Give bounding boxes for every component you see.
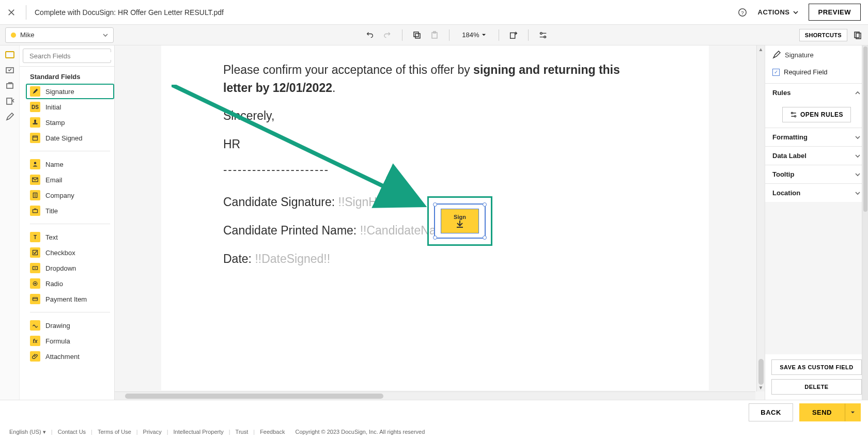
required-checkbox[interactable]: ✓ Required Field (765, 64, 868, 83)
svg-rect-28 (33, 297, 38, 301)
chevron-down-icon (855, 190, 861, 196)
footer-terms[interactable]: Terms of Use (98, 429, 131, 435)
language-selector[interactable]: English (US) ▾ (9, 429, 46, 435)
pages-icon[interactable] (853, 30, 863, 40)
cat-merge-icon[interactable] (5, 81, 15, 91)
field-drawing[interactable]: Drawing (26, 318, 114, 333)
attachment-icon (30, 351, 40, 362)
doc-label: Candidate Signature: (223, 195, 338, 209)
caret-down-icon (850, 410, 855, 415)
field-dropdown[interactable]: Dropdown (26, 260, 114, 276)
field-label: Checkbox (45, 249, 75, 257)
section-label: Location (772, 189, 800, 197)
field-stamp[interactable]: Stamp (26, 115, 114, 130)
footer-contact[interactable]: Contact Us (58, 429, 86, 435)
field-label: Formula (45, 337, 70, 345)
chevron-down-icon (793, 10, 798, 15)
field-attachment[interactable]: Attachment (26, 349, 114, 364)
footer-ip[interactable]: Intellectual Property (174, 429, 224, 435)
undo-icon[interactable] (365, 30, 375, 40)
v-scrollbar[interactable]: ▲▼ (756, 45, 765, 391)
initial-icon: DS (30, 102, 40, 112)
svg-point-31 (795, 116, 796, 117)
search-fields-input[interactable] (23, 49, 111, 63)
doc-text: HR (223, 135, 647, 153)
field-signature[interactable]: Signature (26, 84, 114, 99)
zoom-value: 184% (462, 31, 479, 39)
send-button[interactable]: SEND (799, 403, 845, 421)
recipient-color-dot (11, 33, 16, 38)
svg-rect-23 (33, 210, 38, 213)
panel-scrollbar[interactable] (862, 45, 868, 400)
back-button[interactable]: BACK (749, 403, 793, 421)
prop-field-name: Signature (785, 51, 814, 59)
required-label: Required Field (784, 68, 828, 76)
field-payment[interactable]: Payment Item (26, 291, 114, 307)
stamp-icon (30, 117, 40, 128)
send-dropdown[interactable] (845, 403, 861, 421)
document-canvas[interactable]: Please confirm your acceptance of this o… (115, 45, 765, 400)
calendar-icon (30, 133, 40, 143)
field-email[interactable]: Email (26, 172, 114, 187)
section-location[interactable]: Location (765, 184, 868, 202)
svg-point-27 (34, 283, 36, 284)
paste-icon[interactable] (429, 30, 440, 40)
field-label: Name (45, 161, 64, 168)
h-scrollbar[interactable] (115, 391, 755, 400)
help-icon[interactable]: ? (737, 7, 748, 18)
section-tooltip[interactable]: Tooltip (765, 165, 868, 183)
settings-icon[interactable] (538, 30, 548, 40)
svg-rect-11 (6, 52, 14, 58)
preview-button[interactable]: PREVIEW (809, 4, 861, 21)
svg-point-30 (791, 112, 793, 114)
field-label: Title (45, 207, 58, 215)
cat-prefill-icon[interactable] (5, 96, 15, 106)
pen-icon (772, 51, 781, 59)
field-label: Drawing (45, 322, 70, 330)
svg-rect-3 (415, 34, 420, 38)
recipient-dropdown[interactable]: Mike (5, 27, 114, 43)
svg-rect-6 (510, 33, 515, 38)
category-strip (0, 45, 20, 400)
footer-copyright: Copyright © 2023 DocuSign, Inc. All righ… (295, 429, 425, 435)
recipient-name: Mike (20, 31, 99, 39)
field-label: Radio (45, 280, 63, 288)
field-name[interactable]: Name (26, 156, 114, 172)
footer-privacy[interactable]: Privacy (143, 429, 162, 435)
field-date-signed[interactable]: Date Signed (26, 130, 114, 146)
payment-icon (30, 294, 40, 304)
cat-custom-icon[interactable] (5, 65, 15, 75)
section-rules[interactable]: Rules (765, 84, 868, 102)
field-formula[interactable]: fx Formula (26, 333, 114, 349)
copy-icon[interactable] (412, 30, 422, 40)
open-rules-button[interactable]: OPEN RULES (782, 107, 851, 122)
search-field[interactable] (29, 52, 114, 60)
field-initial[interactable]: DS Initial (26, 99, 114, 115)
rotate-icon[interactable] (508, 30, 519, 40)
delete-button[interactable]: DELETE (771, 379, 862, 395)
cat-edit-icon[interactable] (5, 112, 15, 122)
footer-feedback[interactable]: Feedback (260, 429, 285, 435)
bottom-bar: BACK SEND (0, 400, 868, 425)
field-title[interactable]: Title (26, 203, 114, 218)
shortcuts-button[interactable]: SHORTCUTS (799, 29, 847, 41)
field-text[interactable]: T Text (26, 229, 114, 245)
footer-trust[interactable]: Trust (236, 429, 249, 435)
actions-menu[interactable]: ACTIONS (758, 8, 798, 16)
signature-icon (30, 86, 40, 97)
redo-icon[interactable] (382, 30, 393, 40)
header: Complete with DocuSign: HR Offer Gen Let… (0, 0, 868, 25)
zoom-dropdown[interactable]: 184% (459, 31, 489, 39)
cat-standard-icon[interactable] (5, 50, 15, 60)
field-label: Date Signed (45, 134, 83, 142)
field-radio[interactable]: Radio (26, 276, 114, 291)
section-data-label[interactable]: Data Label (765, 147, 868, 165)
document-title: Complete with DocuSign: HR Offer Gen Let… (35, 8, 737, 17)
section-formatting[interactable]: Formatting (765, 128, 868, 146)
section-label: Tooltip (772, 170, 794, 178)
save-custom-field-button[interactable]: SAVE AS CUSTOM FIELD (771, 359, 862, 375)
field-company[interactable]: Company (26, 187, 114, 203)
chevron-down-icon (855, 153, 861, 159)
field-checkbox[interactable]: Checkbox (26, 245, 114, 260)
close-icon[interactable] (7, 8, 16, 17)
